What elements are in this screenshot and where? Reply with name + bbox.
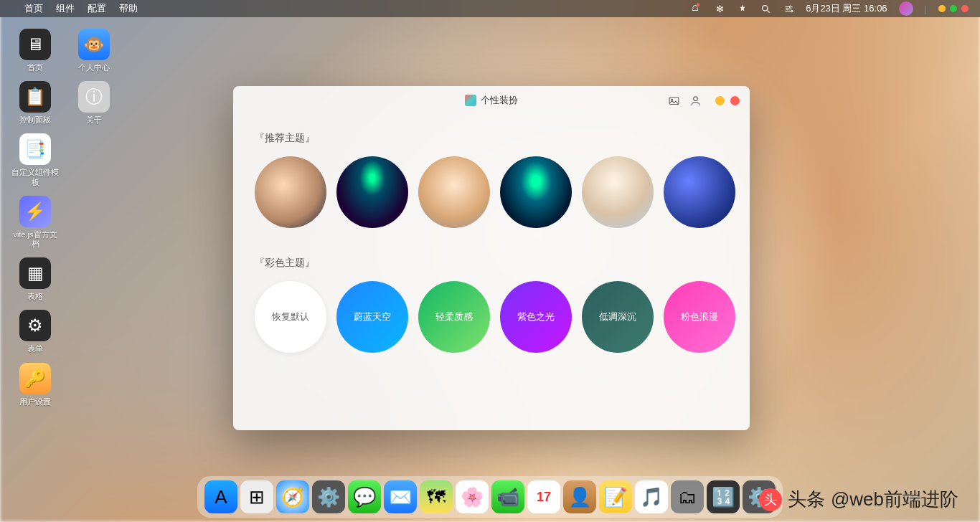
window-close-icon[interactable] bbox=[730, 96, 740, 105]
watermark-text: @web前端进阶 bbox=[831, 487, 958, 512]
svg-point-3 bbox=[791, 10, 793, 12]
menu-config[interactable]: 配置 bbox=[88, 2, 106, 15]
desktop-icons: 🖥首页🐵个人中心📋控制面板ⓘ关于📑自定义组件模板⚡vite.js官方文档▦表格⚙… bbox=[10, 29, 119, 407]
menu-home[interactable]: 首页 bbox=[24, 2, 43, 15]
dock-mail[interactable]: ✉️ bbox=[384, 480, 417, 513]
menubar-traffic bbox=[938, 5, 969, 12]
image-icon[interactable] bbox=[668, 95, 679, 106]
color-theme-4[interactable]: 低调深沉 bbox=[582, 281, 654, 353]
svg-point-1 bbox=[789, 6, 791, 8]
menu-help[interactable]: 帮助 bbox=[119, 2, 138, 15]
dock-safari[interactable]: 🧭 bbox=[276, 480, 309, 513]
desktop-icon-6[interactable]: 🔑用户设置 bbox=[10, 363, 60, 407]
theme-window: 个性装扮 『推荐主题』 『彩色主题』 恢复默认蔚蓝天空轻柔质感紫色之光低调深沉粉… bbox=[233, 86, 750, 430]
dock-appstore[interactable]: A bbox=[204, 480, 237, 513]
traffic-close-icon[interactable] bbox=[961, 5, 969, 12]
watermark-brand: 头条 bbox=[788, 487, 825, 512]
menu-components[interactable]: 组件 bbox=[56, 2, 75, 15]
notification-icon[interactable] bbox=[691, 3, 702, 14]
desktop-icon-1[interactable]: 📋控制面板 bbox=[10, 81, 60, 125]
dock-notes[interactable]: 📝 bbox=[599, 480, 632, 513]
desktop-icon-5[interactable]: ⚙表单 bbox=[10, 310, 60, 353]
menubar: 首页 组件 配置 帮助 ✻ 6月23日 周三 16:06 | bbox=[0, 0, 980, 17]
dock-calculator[interactable]: 🔢 bbox=[707, 480, 740, 513]
dock-contacts[interactable]: 👤 bbox=[563, 480, 596, 513]
color-theme-3[interactable]: 紫色之光 bbox=[500, 281, 572, 353]
dock-maps[interactable]: 🗺 bbox=[420, 480, 453, 513]
svg-point-0 bbox=[762, 5, 768, 11]
window-titlebar[interactable]: 个性装扮 bbox=[233, 86, 750, 115]
window-title: 个性装扮 bbox=[481, 94, 518, 107]
recommended-theme-1[interactable] bbox=[336, 156, 408, 228]
dock-calendar[interactable]: 17 bbox=[527, 480, 560, 513]
color-theme-5[interactable]: 粉色浪漫 bbox=[664, 281, 735, 353]
window-app-icon bbox=[465, 95, 476, 106]
controls-icon[interactable] bbox=[783, 3, 794, 14]
desktop-icon-3[interactable]: ⚡vite.js官方文档 bbox=[10, 196, 60, 249]
dock-photos[interactable]: 🌸 bbox=[456, 480, 489, 513]
dock-facetime[interactable]: 📹 bbox=[491, 480, 524, 513]
desktop-icon-b-1[interactable]: ⓘ关于 bbox=[69, 81, 119, 125]
pin-icon[interactable] bbox=[737, 3, 748, 14]
color-theme-2[interactable]: 轻柔质感 bbox=[418, 281, 490, 353]
desktop-icon-2[interactable]: 📑自定义组件模板 bbox=[10, 133, 60, 186]
dock-music[interactable]: 🎵 bbox=[635, 480, 668, 513]
recommended-theme-0[interactable] bbox=[255, 156, 326, 228]
desktop-icon-b-0[interactable]: 🐵个人中心 bbox=[69, 29, 119, 72]
search-icon[interactable] bbox=[760, 3, 771, 14]
sparkle-icon[interactable]: ✻ bbox=[714, 3, 725, 14]
watermark: 头 头条 @web前端进阶 bbox=[759, 487, 958, 512]
dock-settings-app[interactable]: ⚙️ bbox=[312, 480, 345, 513]
section-color-title: 『彩色主题』 bbox=[255, 257, 728, 270]
color-theme-0[interactable]: 恢复默认 bbox=[255, 281, 326, 353]
user-icon[interactable] bbox=[689, 95, 701, 106]
window-minimize-icon[interactable] bbox=[715, 96, 725, 105]
desktop-icon-0[interactable]: 🖥首页 bbox=[10, 29, 60, 72]
dock: A⊞🧭⚙️💬✉️🗺🌸📹17👤📝🎵🗂🔢⚙️ bbox=[197, 476, 783, 518]
desktop-icon-4[interactable]: ▦表格 bbox=[10, 257, 60, 301]
watermark-logo-icon: 头 bbox=[759, 488, 782, 511]
menubar-datetime[interactable]: 6月23日 周三 16:06 bbox=[806, 2, 887, 15]
svg-point-2 bbox=[786, 8, 788, 10]
recommended-theme-3[interactable] bbox=[500, 156, 572, 228]
dock-launchpad[interactable]: ⊞ bbox=[240, 480, 273, 513]
traffic-minimize-icon[interactable] bbox=[938, 5, 946, 12]
color-theme-1[interactable]: 蔚蓝天空 bbox=[336, 281, 408, 353]
dock-messages[interactable]: 💬 bbox=[348, 480, 381, 513]
section-recommended-title: 『推荐主题』 bbox=[255, 132, 728, 145]
traffic-maximize-icon[interactable] bbox=[950, 5, 957, 12]
svg-point-6 bbox=[694, 97, 698, 101]
recommended-theme-5[interactable] bbox=[664, 156, 735, 228]
dock-files[interactable]: 🗂 bbox=[671, 480, 704, 513]
color-themes-row: 恢复默认蔚蓝天空轻柔质感紫色之光低调深沉粉色浪漫 bbox=[255, 281, 728, 353]
recommended-themes-row bbox=[255, 156, 728, 228]
recommended-theme-4[interactable] bbox=[582, 156, 654, 228]
recommended-theme-2[interactable] bbox=[418, 156, 490, 228]
user-avatar[interactable] bbox=[899, 1, 913, 16]
